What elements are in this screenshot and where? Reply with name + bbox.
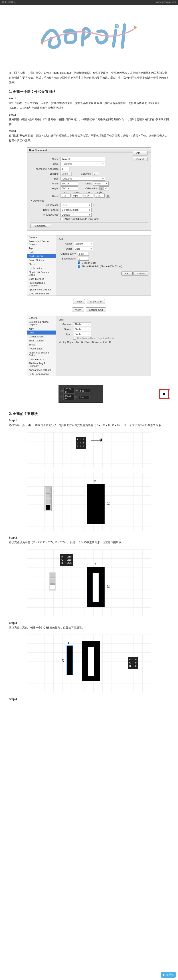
prefs-side-item[interactable]: Slices: [27, 262, 56, 266]
bleed-bottom-input[interactable]: 0 px: [72, 194, 82, 197]
nonum-label: Numbers Without Units Are Points: [77, 337, 114, 340]
section-2-title: 2. 创建的主要形状: [9, 412, 169, 416]
orientation-toggle[interactable]: ▯▭: [99, 186, 109, 191]
link-icon[interactable]: ⛓: [106, 194, 110, 197]
tool-icon[interactable]: [46, 488, 51, 492]
prefs-ok-button[interactable]: OK: [121, 271, 133, 276]
prefs-cancel-button[interactable]: Cancel: [133, 271, 148, 276]
view-button-2[interactable]: View: [72, 307, 84, 312]
prefs-side-item[interactable]: Type: [27, 246, 56, 250]
prefs-side-item[interactable]: Smart Guides: [27, 339, 56, 342]
profile-select[interactable]: [Custom]: [60, 162, 105, 166]
gridline-input[interactable]: 5 px: [78, 252, 89, 256]
hero-image: [0, 5, 178, 63]
bleed-left-input[interactable]: 0 px: [83, 194, 93, 197]
prefs-side-item[interactable]: File Handling & Clipboard: [27, 361, 56, 368]
ok-button[interactable]: OK: [133, 151, 148, 156]
prefs-side-item[interactable]: Units: [27, 250, 56, 254]
radio-icon[interactable]: ◉: [81, 340, 83, 344]
figure-2: 15 35: [9, 473, 169, 531]
identify-label: Identify Objects By:: [59, 341, 79, 344]
prefs-side-item[interactable]: Plug-ins & Scratch Disks: [27, 270, 56, 277]
step1-label: step1: [9, 97, 169, 100]
nonum-checkbox: [73, 337, 76, 340]
bleed-right-label: Right: [95, 191, 105, 194]
stroke-select[interactable]: Pixels: [73, 327, 91, 331]
prefs-side-item[interactable]: File Handling & Clipboard: [27, 281, 56, 288]
prefs-side-item[interactable]: Plug-ins & Scratch Disks: [27, 351, 56, 357]
tool-icon[interactable]: [50, 573, 55, 578]
section-1-title: 1. 创建一个新文件和设置网格: [9, 89, 169, 94]
prefs-side-item[interactable]: User Interface: [27, 357, 56, 361]
view-button-1[interactable]: View: [73, 299, 85, 304]
width-input[interactable]: 600 px: [60, 181, 78, 186]
general-select[interactable]: Pixels: [73, 322, 91, 326]
bleed-right-input[interactable]: 0 px: [95, 194, 105, 197]
gridback-checkbox[interactable]: ✓: [78, 261, 80, 264]
grid-style-select[interactable]: Lines: [73, 247, 93, 251]
align-pixel-checkbox[interactable]: [60, 218, 63, 220]
prefs-side-item[interactable]: Appearance of Black: [27, 288, 56, 291]
rgb-tooltip-white: R : 255G : 255B : 255: [60, 554, 73, 566]
raster-select[interactable]: Screen (72 ppi): [60, 208, 92, 212]
prefs-side-item[interactable]: Selection & Anchor Display: [27, 320, 56, 326]
dim-height-25: 25: [107, 585, 110, 588]
prefs-side-item[interactable]: GPU Performance: [27, 291, 56, 296]
preview-select[interactable]: Default: [60, 213, 92, 217]
spacing-input[interactable]: 20 px: [60, 172, 72, 176]
prefs-side-item[interactable]: Hyphenation: [27, 266, 56, 270]
type-select[interactable]: Pixels: [73, 332, 91, 336]
grid-style-label: Style:: [59, 247, 72, 250]
info-y-value: 273.09 px: [64, 394, 75, 400]
figure-4: 5 25 R : 0G : 0B : 0: [9, 635, 169, 693]
prefs-side-item[interactable]: Smart Guides: [27, 258, 56, 262]
prefs-side-item[interactable]: Guides & Grid: [27, 334, 56, 339]
tool-icon[interactable]: [46, 493, 51, 498]
prefs-side-item[interactable]: User Interface: [27, 277, 56, 281]
fill-swatch[interactable]: [46, 505, 51, 510]
info-h-label: H:: [75, 396, 78, 398]
prefs-side-item[interactable]: Guides & Grid: [27, 254, 56, 258]
colormode-select[interactable]: RGB: [60, 203, 92, 207]
templates-button[interactable]: Templates...: [30, 224, 51, 228]
step2-1-text: 选择矩形工具（M），将描边设置为"无"，选择填充并设置其颜色为黑色（R = 0 …: [9, 423, 169, 428]
snap-grid-button[interactable]: Snap to Grid: [86, 307, 106, 312]
height-input[interactable]: 600 px: [60, 186, 78, 191]
orientation-label: Orientation:: [86, 187, 98, 190]
disclosure-icon[interactable]: [30, 200, 32, 201]
name-label: Name:: [30, 158, 59, 161]
prefs-side-item[interactable]: Slices: [27, 342, 56, 347]
prefs-side-item[interactable]: Units: [27, 331, 56, 334]
show-grid-button[interactable]: Show Grid: [87, 299, 105, 304]
prefs-side-item[interactable]: Appearance of Black: [27, 368, 56, 372]
svg-point-0: [116, 25, 118, 27]
subdiv-input[interactable]: 1: [78, 256, 89, 261]
prefs-side-item[interactable]: Selection & Anchor Display: [27, 239, 56, 246]
name-input[interactable]: Tutorial: [60, 157, 105, 161]
tool-strip: [44, 487, 52, 511]
radio-icon-2[interactable]: ○: [100, 341, 102, 344]
info-x-label: X:: [60, 390, 62, 392]
units-select[interactable]: Pixels: [93, 181, 108, 186]
prefs-side-item[interactable]: GPU Performance: [27, 372, 56, 376]
size-select[interactable]: [Custom]: [60, 177, 105, 181]
prefs-side-item[interactable]: Hyphenation: [27, 347, 56, 351]
pixelgrid-checkbox[interactable]: ✓: [78, 265, 80, 268]
preferences-dialog-grid: GeneralSelection & Anchor DisplayTypeUni…: [27, 235, 151, 296]
tool-icon[interactable]: [50, 579, 55, 584]
cancel-button[interactable]: Cancel: [133, 157, 148, 161]
tool-strip-2: [49, 572, 56, 590]
prefs-side-item[interactable]: General: [27, 235, 56, 239]
info-w-value: 5 px: [79, 389, 91, 393]
columns-input[interactable]: 1: [92, 172, 99, 176]
artboards-input[interactable]: 1: [60, 167, 70, 171]
prefs-side-item[interactable]: Type: [27, 326, 56, 331]
grid-color-select[interactable]: Custom: [73, 242, 93, 246]
figure-1: R : 0G : 0B : 0: [9, 432, 169, 469]
fill-swatch-white[interactable]: [50, 584, 55, 589]
bleed-top-input[interactable]: 0 px: [60, 194, 70, 197]
tool-icon[interactable]: [46, 499, 51, 504]
prefs-side-item[interactable]: General: [27, 316, 56, 320]
bleed-label: Bleed:: [30, 195, 59, 197]
gridline-label: Gridline every:: [59, 252, 76, 255]
